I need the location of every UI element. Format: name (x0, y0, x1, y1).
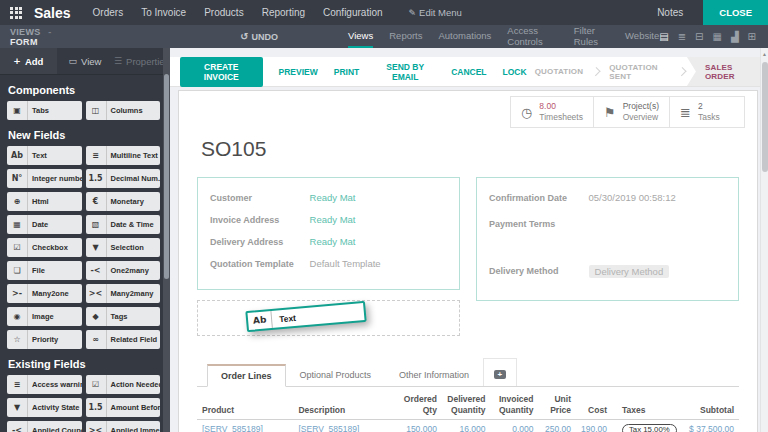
kanban-view-icon[interactable]: ⊟ (695, 31, 703, 42)
component-columns[interactable]: ◫Columns (86, 101, 161, 120)
create-invoice-button[interactable]: CREATE INVOICE (180, 57, 263, 87)
field-drop-zone[interactable]: Ab Text (197, 300, 460, 336)
list-view-icon[interactable]: ≣ (678, 31, 686, 42)
new-field-related[interactable]: ∞Related Field (86, 330, 161, 349)
notes-button[interactable]: Notes (657, 7, 683, 18)
tab-reports[interactable]: Reports (389, 25, 422, 48)
delivery-method-placeholder[interactable]: Delivery Method (589, 265, 670, 278)
sidebar-tab-add[interactable]: +Add (0, 48, 57, 74)
tab-filter-rules[interactable]: Filter Rules (574, 25, 609, 48)
existing-field-action-needed[interactable]: ☑Action Needed (86, 375, 161, 394)
tab-views[interactable]: Views (348, 25, 373, 48)
menu-reporting[interactable]: Reporting (262, 7, 305, 18)
chart-view-icon[interactable]: ▟ (731, 31, 739, 42)
print-button[interactable]: PRINT (334, 67, 360, 77)
lock-button[interactable]: LOCK (503, 67, 527, 77)
existing-field-applied-coupon[interactable]: -<Applied Coupo... (7, 421, 82, 432)
sidebar-tab-properties[interactable]: ☰Properties (113, 48, 170, 74)
field-quotation-template[interactable]: Quotation TemplateDefault Template (210, 258, 447, 271)
timesheets-button[interactable]: ◷ 8.00Timesheets (510, 96, 594, 128)
new-field-many2many[interactable]: ><Many2many (86, 284, 161, 303)
tab-automations[interactable]: Automations (439, 25, 492, 48)
close-studio-button[interactable]: CLOSE (703, 0, 768, 25)
add-tab-button[interactable]: + (483, 358, 517, 386)
cell-cost[interactable]: 190.00 (576, 420, 612, 432)
tab-order-lines[interactable]: Order Lines (207, 364, 286, 387)
new-field-multiline-text[interactable]: ≡Multiline Text (86, 146, 161, 165)
new-field-decimal[interactable]: 1.5Decimal Num... (86, 169, 161, 188)
tasks-button[interactable]: ≣ 2Tasks (669, 96, 745, 128)
cell-taxes[interactable]: Tax 15.00% (612, 420, 682, 432)
col-unit-price[interactable]: Unit Price (538, 391, 576, 420)
new-field-many2one[interactable]: >-Many2one (7, 284, 82, 303)
sidebar-scrollbar-thumb[interactable] (164, 74, 169, 279)
cell-delivered[interactable]: 16.000 (442, 420, 491, 432)
undo-button[interactable]: ↺UNDO (240, 31, 278, 42)
project-overview-button[interactable]: ⚑ Project(s)Overview (593, 96, 670, 128)
menu-orders[interactable]: Orders (93, 7, 124, 18)
existing-field-access-warning[interactable]: ≡Access warning (7, 375, 82, 394)
col-taxes[interactable]: Taxes (612, 391, 682, 420)
new-field-one2many[interactable]: -<One2many (86, 261, 161, 280)
edit-menu-button[interactable]: ✎Edit Menu (409, 7, 462, 18)
calendar-view-icon[interactable]: ▦ (712, 31, 721, 42)
new-field-date[interactable]: ▦Date (7, 215, 82, 234)
customer-value[interactable]: Ready Mat (310, 192, 356, 203)
col-delivered-quantity[interactable]: Delivered Quantity (442, 391, 491, 420)
scroll-up-arrow-icon[interactable]: ▲ (761, 48, 768, 57)
status-quotation-sent[interactable]: QUOTATION SENT (601, 63, 677, 81)
breadcrumb-views[interactable]: VIEWS (10, 27, 41, 37)
preview-button[interactable]: PREVIEW (279, 67, 318, 77)
field-confirmation-date[interactable]: Confirmation Date05/30/2019 00:58:12 (489, 192, 726, 205)
field-customer[interactable]: CustomerReady Mat (210, 192, 447, 205)
cell-unit-price[interactable]: 250.00 (538, 420, 576, 432)
new-field-image[interactable]: ◉Image (7, 307, 82, 326)
new-field-priority[interactable]: ☆Priority (7, 330, 82, 349)
pivot-view-icon[interactable]: ⊞ (748, 31, 756, 42)
menu-configuration[interactable]: Configuration (323, 7, 382, 18)
form-view-icon[interactable]: ▤ (659, 31, 668, 42)
left-field-group[interactable]: CustomerReady Mat Invoice AddressReady M… (197, 177, 460, 290)
status-sales-order[interactable]: SALES ORDER (687, 57, 768, 86)
new-field-checkbox[interactable]: ☑Checkbox (7, 238, 82, 257)
cell-invoiced[interactable]: 0.000 (491, 420, 539, 432)
cell-ordered[interactable]: 150.000 (399, 420, 442, 432)
existing-field-activity-state[interactable]: ▼Activity State (7, 398, 82, 417)
cancel-button[interactable]: CANCEL (451, 67, 486, 77)
cell-description[interactable]: [SERV_585189] Customer Care (Prepaid Hou… (293, 420, 398, 432)
quotation-template-value[interactable]: Default Template (310, 258, 381, 269)
existing-field-applied-immediate[interactable]: ><Applied Imme... (86, 421, 161, 432)
new-field-monetary[interactable]: €Monetary (86, 192, 161, 211)
component-tabs[interactable]: ▣Tabs (7, 101, 82, 120)
delivery-address-value[interactable]: Ready Mat (310, 236, 356, 247)
new-field-file[interactable]: ❏File (7, 261, 82, 280)
invoice-address-value[interactable]: Ready Mat (310, 214, 356, 225)
existing-field-amount-before[interactable]: 1.5Amount Befor... (86, 398, 161, 417)
page-scrollbar[interactable]: ▲ (760, 48, 768, 432)
cell-subtotal[interactable]: $ 37,500.00 (682, 420, 739, 432)
col-ordered-qty[interactable]: Ordered Qty (399, 391, 442, 420)
cell-product[interactable]: [SERV_585189] Customer Care (Prepaid Hou… (197, 420, 293, 432)
tab-other-information[interactable]: Other Information (385, 364, 483, 386)
tab-website[interactable]: Website (625, 25, 659, 48)
tab-access-controls[interactable]: Access Controls (507, 25, 557, 48)
confirmation-date-value[interactable]: 05/30/2019 00:58:12 (589, 192, 676, 203)
field-payment-terms[interactable]: Payment Terms (489, 218, 726, 231)
sidebar-scrollbar[interactable] (163, 48, 170, 432)
table-row[interactable]: [SERV_585189] Customer Care (Prepaid Hou… (197, 420, 739, 432)
menu-products[interactable]: Products (204, 7, 243, 18)
new-field-tags[interactable]: ◆Tags (86, 307, 161, 326)
apps-grid-icon[interactable] (10, 7, 22, 19)
tab-optional-products[interactable]: Optional Products (286, 364, 386, 386)
send-by-email-button[interactable]: SEND BY EMAIL (375, 62, 435, 82)
new-field-integer[interactable]: N°Integer number (7, 169, 82, 188)
field-delivery-address[interactable]: Delivery AddressReady Mat (210, 236, 447, 249)
new-field-html[interactable]: ⊕Html (7, 192, 82, 211)
col-invoiced-quantity[interactable]: Invoiced Quantity (491, 391, 539, 420)
col-subtotal[interactable]: Subtotal (682, 391, 739, 420)
col-cost[interactable]: Cost (576, 391, 612, 420)
new-field-selection[interactable]: ▼Selection (86, 238, 161, 257)
new-field-text[interactable]: AbText (7, 146, 82, 165)
menu-to-invoice[interactable]: To Invoice (141, 7, 186, 18)
right-field-group[interactable]: Confirmation Date05/30/2019 00:58:12 Pay… (476, 177, 739, 301)
